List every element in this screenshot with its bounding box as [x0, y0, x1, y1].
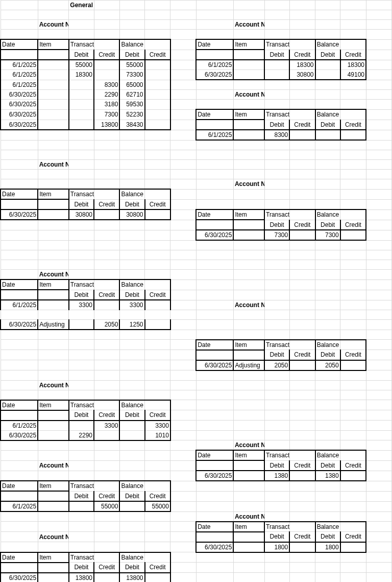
- cell-24-8: [233, 240, 264, 250]
- cell-9-10: [289, 90, 315, 100]
- cell-13-4: [119, 130, 144, 140]
- cell-47-11: 1380: [315, 471, 340, 481]
- cell-27-4: [119, 270, 144, 280]
- cell-17-10: [289, 170, 315, 179]
- cell-39-1: [38, 390, 69, 400]
- cell-13-0: [1, 130, 38, 140]
- cell-49-7: [196, 491, 233, 501]
- cell-53-10: Credit: [289, 532, 315, 542]
- cell-38-2: [69, 380, 94, 390]
- cell-33-2: [69, 330, 94, 340]
- cell-39-4: [119, 390, 144, 400]
- cell-23-12: [340, 230, 366, 240]
- cell-57-0: 6/30/2025: [1, 573, 38, 583]
- cell-42-1: [38, 421, 69, 431]
- cell-45-7: Date: [196, 450, 233, 460]
- cell-20-12: [340, 199, 366, 209]
- cell-18-1: [38, 179, 69, 190]
- cell-9-3: 2290: [94, 90, 119, 100]
- cell-46-12: Credit: [340, 460, 366, 471]
- cell-10-3: 3180: [94, 100, 119, 110]
- cell-37-11: [315, 370, 340, 381]
- cell-5-10: Credit: [289, 50, 315, 60]
- cell-39-12: [340, 390, 366, 400]
- cell-33-8: [233, 330, 264, 340]
- cell-43-10: [289, 430, 315, 440]
- cell-1-8: [233, 10, 264, 20]
- cell-28-11: [315, 280, 340, 290]
- cell-43-2: 2290: [69, 430, 94, 440]
- cell-22-9: Debit: [264, 220, 289, 230]
- cell-23-7: 6/30/2025: [196, 230, 233, 240]
- cell-32-9: [264, 320, 289, 330]
- cell-40-7: [196, 400, 233, 410]
- cell-20-6: [170, 199, 196, 209]
- cell-1-7: [196, 10, 233, 20]
- cell-46-0: [1, 460, 38, 471]
- cell-45-10: [289, 450, 315, 460]
- cell-43-12: [340, 430, 366, 440]
- cell-35-9: Debit: [264, 350, 289, 360]
- cell-55-11: [315, 552, 340, 563]
- cell-46-13: [366, 460, 391, 471]
- cell-48-12: [340, 481, 366, 491]
- cell-6-4: 55000: [119, 60, 144, 70]
- cell-21-9: Transaction: [264, 209, 289, 220]
- cell-10-9: [264, 100, 289, 110]
- cell-42-12: [340, 421, 366, 431]
- cell-9-7: [196, 90, 233, 100]
- cell-41-5: Credit: [145, 410, 170, 421]
- cell-25-9: [264, 250, 289, 260]
- cell-14-4: [119, 140, 144, 150]
- cell-39-6: [170, 390, 196, 400]
- cell-43-4: [119, 430, 144, 440]
- cell-36-11: 2050: [315, 360, 340, 370]
- cell-49-8: [233, 491, 264, 501]
- cell-56-12: [340, 563, 366, 573]
- cell-23-3: [94, 230, 119, 240]
- cell-14-3: [94, 140, 119, 150]
- cell-45-12: [340, 450, 366, 460]
- cell-5-4: Debit: [119, 50, 144, 60]
- cell-11-9: Transaction: [264, 109, 289, 120]
- cell-34-13: [366, 340, 391, 350]
- cell-24-9: [264, 240, 289, 250]
- cell-31-10: [289, 310, 315, 320]
- cell-56-4: Debit: [119, 563, 144, 573]
- cell-46-2: [69, 460, 94, 471]
- cell-18-5: [145, 179, 170, 190]
- cell-55-3: [94, 552, 119, 563]
- cell-53-11: Debit: [315, 532, 340, 542]
- cell-40-9: [264, 400, 289, 410]
- cell-12-0: 6/30/2025: [1, 120, 38, 130]
- cell-42-11: [315, 421, 340, 431]
- cell-23-0: [1, 230, 38, 240]
- cell-31-3: [94, 310, 119, 320]
- cell-22-1: [38, 220, 69, 230]
- cell-10-0: 6/30/2025: [1, 100, 38, 110]
- cell-13-2: [69, 130, 94, 140]
- cell-11-3: 7300: [94, 109, 119, 120]
- cell-42-9: [264, 421, 289, 431]
- cell-54-0: [1, 542, 38, 552]
- cell-56-11: [315, 563, 340, 573]
- cell-46-9: Debit: [264, 460, 289, 471]
- cell-56-2: Debit: [69, 563, 94, 573]
- cell-0-11: [315, 1, 340, 10]
- cell-1-3: [94, 10, 119, 20]
- cell-43-8: [233, 430, 264, 440]
- cell-12-2: [69, 120, 94, 130]
- cell-0-2: General Ledger: [69, 1, 94, 10]
- cell-36-4: [119, 360, 144, 370]
- cell-3-0: [1, 30, 38, 40]
- cell-24-4: [119, 240, 144, 250]
- cell-10-12: [340, 100, 366, 110]
- cell-24-13: [366, 240, 391, 250]
- cell-23-11: 7300: [315, 230, 340, 240]
- cell-35-3: [94, 350, 119, 360]
- cell-29-7: [196, 290, 233, 300]
- cell-49-12: [340, 491, 366, 501]
- cell-6-12: 18300: [340, 60, 366, 70]
- cell-18-7: [196, 179, 233, 190]
- cell-17-7: [196, 170, 233, 179]
